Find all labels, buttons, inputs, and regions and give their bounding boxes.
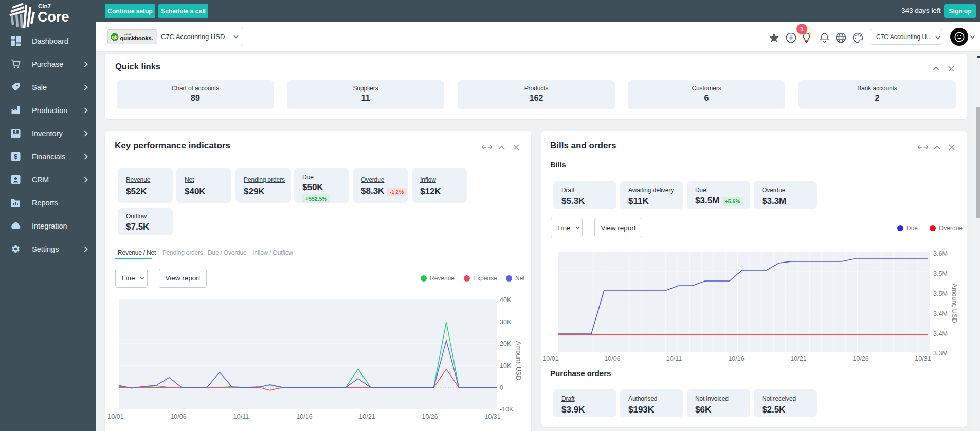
svg-text:30K: 30K xyxy=(500,318,512,326)
svg-text:10/01: 10/01 xyxy=(542,355,558,362)
svg-text:10/11: 10/11 xyxy=(233,413,249,420)
svg-text:10/26: 10/26 xyxy=(422,413,438,420)
svg-text:10/01: 10/01 xyxy=(107,413,123,420)
svg-text:3.4M: 3.4M xyxy=(933,310,948,317)
svg-text:3.4M: 3.4M xyxy=(933,330,948,338)
svg-text:3.5M: 3.5M xyxy=(933,290,948,297)
svg-text:40K: 40K xyxy=(500,296,512,304)
svg-text:10/21: 10/21 xyxy=(359,413,375,420)
svg-text:-10K: -10K xyxy=(500,406,514,413)
svg-text:qb: qb xyxy=(112,34,118,40)
svg-text:3.6M: 3.6M xyxy=(933,250,948,257)
svg-text:$: $ xyxy=(14,153,18,160)
svg-text:3.5M: 3.5M xyxy=(933,270,948,277)
svg-text:10/16: 10/16 xyxy=(728,355,744,362)
svg-text:0: 0 xyxy=(500,384,503,391)
svg-text:10/16: 10/16 xyxy=(296,413,312,420)
svg-text:20K: 20K xyxy=(500,340,512,347)
svg-text:Amount, USD: Amount, USD xyxy=(515,341,522,380)
svg-text:quickbooks.: quickbooks. xyxy=(120,35,153,41)
svg-text:10/26: 10/26 xyxy=(852,355,868,362)
svg-text:10/31: 10/31 xyxy=(915,355,931,362)
svg-text:10/06: 10/06 xyxy=(604,355,620,362)
svg-text:10/06: 10/06 xyxy=(170,413,186,420)
svg-text:10/11: 10/11 xyxy=(666,355,682,362)
svg-text:10/21: 10/21 xyxy=(790,355,806,362)
svg-text:Amount, USD: Amount, USD xyxy=(951,284,958,323)
svg-text:3.3M: 3.3M xyxy=(933,350,948,357)
svg-text:10/31: 10/31 xyxy=(484,413,500,420)
svg-text:10K: 10K xyxy=(500,362,512,369)
